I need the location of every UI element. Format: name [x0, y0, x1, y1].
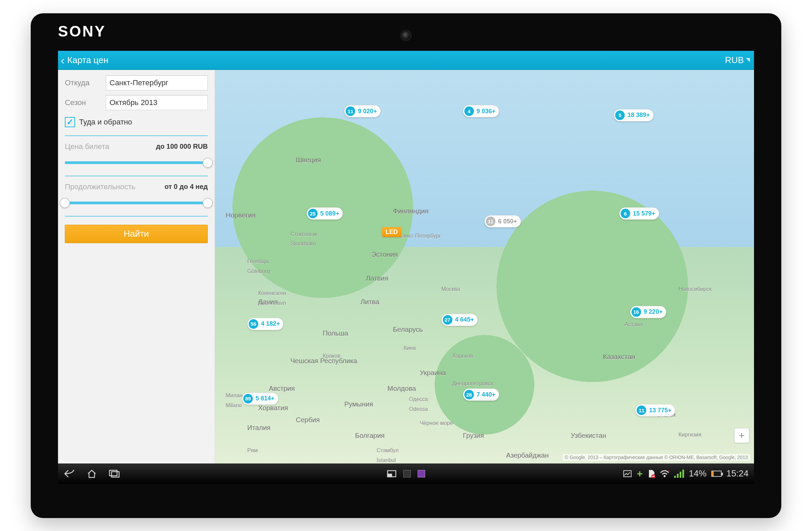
price-pin[interactable]: 169 220+	[630, 306, 667, 318]
recent-app-thumb[interactable]	[403, 470, 411, 477]
price-pin-count: 11	[637, 405, 646, 415]
map-place-label: Болгария	[355, 432, 385, 440]
map-place-label: Польша	[323, 329, 348, 337]
price-pin[interactable]: 564 182+	[247, 318, 284, 330]
small-apps-icon[interactable]	[387, 470, 396, 477]
battery-icon	[711, 471, 722, 477]
map-place-label: Стамбул	[377, 447, 398, 454]
map-place-label: Грузия	[463, 432, 484, 440]
price-pin[interactable]: 518 389+	[614, 109, 654, 121]
price-pin-value: 4 182+	[261, 320, 280, 327]
svg-rect-6	[652, 476, 654, 477]
price-slider[interactable]	[65, 156, 208, 169]
duration-thumb-max[interactable]	[203, 198, 213, 208]
price-pin-count: 25	[308, 209, 318, 218]
origin-pin[interactable]: LED	[382, 227, 401, 237]
recent-app-thumb[interactable]	[418, 470, 425, 477]
price-pin[interactable]: 119 020+	[344, 105, 381, 117]
map-place-label: Хорватия	[258, 404, 288, 412]
back-button[interactable]: ‹ Карта цен	[61, 54, 108, 66]
price-pin-count: 89	[243, 394, 253, 403]
map-place-label: Сербия	[296, 416, 320, 424]
price-pin-count: 27	[443, 315, 452, 325]
map-place-label: Копенгаген	[258, 290, 286, 296]
price-map[interactable]: + © Google, 2013 – Картографические данн…	[215, 70, 754, 463]
currency-selector[interactable]: RUB	[725, 55, 750, 65]
season-value: Октябрь 2013	[110, 98, 157, 107]
price-pin-count: 11	[346, 106, 355, 116]
device-brand: SONY	[58, 23, 106, 40]
price-pin-value: 9 020+	[358, 108, 377, 115]
screen: ‹ Карта цен RUB Откуда Санкт-Петербург С…	[58, 51, 754, 484]
map-place-label: Узбекистан	[571, 432, 606, 440]
map-place-label: Одесса	[409, 396, 428, 402]
from-input[interactable]: Санкт-Петербург	[106, 75, 208, 90]
search-button[interactable]: Найти	[65, 225, 208, 243]
season-input[interactable]: Октябрь 2013	[106, 95, 208, 110]
price-pin[interactable]: 615 579+	[619, 207, 659, 220]
svg-point-7	[664, 475, 666, 477]
map-place-label: Казахстан	[603, 353, 635, 361]
price-pin[interactable]: 116 050+	[484, 215, 521, 227]
wifi-icon: ×	[660, 470, 669, 477]
map-place-label: Беларусь	[393, 326, 422, 334]
svg-rect-4	[624, 471, 631, 477]
map-place-label: Милан	[226, 393, 243, 399]
map-place-label: Göteborg	[247, 268, 270, 275]
duration-thumb-min[interactable]	[60, 198, 70, 208]
duration-header: Продолжительность от 0 до 4 нед	[65, 182, 208, 191]
home-softkey[interactable]	[87, 469, 97, 478]
system-navbar: + × 14% 15:24	[58, 463, 754, 484]
svg-text:×: ×	[668, 470, 669, 474]
price-header: Цена билета до 100 000 RUB	[65, 142, 208, 151]
price-pin-value: 5 814+	[256, 395, 275, 402]
map-place-label: Австрия	[269, 385, 295, 393]
action-bar: ‹ Карта цен RUB	[58, 51, 754, 70]
duration-label: Продолжительность	[65, 182, 135, 191]
price-pin[interactable]: 255 089+	[307, 207, 343, 220]
price-pin-count: 56	[249, 319, 258, 329]
price-pin[interactable]: 287 440+	[463, 388, 499, 401]
map-place-label: Италия	[247, 424, 271, 432]
duration-slider[interactable]	[65, 196, 208, 210]
plus-status-icon: +	[637, 468, 643, 480]
price-pin-count: 11	[486, 217, 495, 226]
price-pin-value: 15 579+	[633, 210, 655, 217]
front-camera	[402, 32, 410, 39]
price-pin-count: 6	[621, 209, 630, 218]
map-place-label: Odessa	[409, 406, 428, 412]
map-place-label: Астана	[625, 322, 642, 328]
back-softkey[interactable]	[63, 469, 75, 478]
currency-label: RUB	[725, 55, 744, 65]
map-attribution: © Google, 2013 – Картографические данные…	[563, 454, 750, 461]
map-place-label: Новосибирск	[679, 286, 712, 292]
map-place-label: Норвегия	[226, 211, 256, 219]
svg-rect-0	[110, 470, 117, 476]
page-title: Карта цен	[67, 55, 108, 65]
from-label: Откуда	[65, 78, 106, 87]
recents-softkey[interactable]	[108, 469, 120, 478]
roundtrip-checkbox[interactable]: ✓	[65, 117, 75, 127]
roundtrip-label: Туда и обратно	[79, 118, 132, 127]
price-pin[interactable]: 49 036+	[463, 105, 499, 117]
price-pin-value: 9 220+	[644, 308, 663, 315]
duration-value: от 0 до 4 нед	[164, 183, 208, 191]
signal-icon	[674, 470, 684, 478]
zoom-in-button[interactable]: +	[734, 428, 749, 443]
divider	[65, 216, 208, 217]
clock: 15:24	[726, 468, 749, 479]
map-place-label: Литва	[361, 298, 379, 306]
price-pin[interactable]: 1113 775+	[635, 404, 675, 416]
roundtrip-row[interactable]: ✓ Туда и обратно	[65, 115, 208, 129]
gallery-status-icon[interactable]	[623, 470, 632, 477]
price-thumb[interactable]	[203, 158, 213, 168]
map-place-label: Рим	[247, 447, 258, 454]
price-pin-value: 4 645+	[455, 316, 474, 323]
search-button-label: Найти	[124, 228, 149, 239]
price-pin[interactable]: 895 814+	[242, 393, 278, 405]
map-place-label: Харьков	[452, 353, 473, 359]
map-place-label: København	[258, 300, 286, 306]
price-pin[interactable]: 274 645+	[441, 314, 478, 326]
map-place-label: Санкт-Петербург	[398, 233, 441, 239]
tablet-frame: SONY ‹ Карта цен RUB Откуда Санкт-Петерб…	[31, 13, 781, 518]
